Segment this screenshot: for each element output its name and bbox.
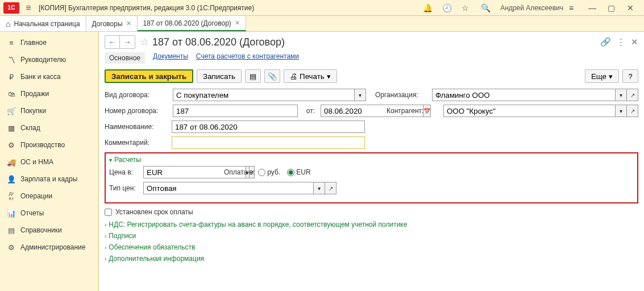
user-label[interactable]: Андрей Алексеевич (500, 4, 563, 12)
sidebar-item-assets[interactable]: 🚚ОС и НМА (0, 153, 98, 171)
chevron-right-icon: › (105, 256, 106, 262)
due-date-checkbox[interactable] (105, 209, 112, 216)
cart-icon: 🛒 (6, 107, 17, 115)
dropdown-icon[interactable]: ▾ (314, 182, 325, 194)
sidebar-item-admin[interactable]: ⚙Администрирование (0, 239, 98, 256)
sidebar-item-label: Склад (20, 124, 40, 132)
sidebar-item-directories[interactable]: ▤Справочники (0, 222, 98, 239)
toolbar: Записать и закрыть Записать ▤ 📎 🖨Печать▾… (105, 69, 638, 83)
nds-expand[interactable]: ›НДС: Регистрировать счета-фактуры на ав… (105, 221, 638, 228)
org-input[interactable] (432, 89, 616, 101)
sidebar-item-reports[interactable]: 📊Отчеты (0, 205, 98, 222)
open-icon[interactable]: ↗ (627, 105, 638, 117)
tab-contract-detail[interactable]: 187 от 08.06.2020 (Договор) ✕ (138, 16, 246, 31)
comment-input[interactable] (172, 136, 365, 149)
list-button[interactable]: ▤ (245, 69, 261, 83)
sidebar-item-purchases[interactable]: 🛒Покупки (0, 102, 98, 119)
minimize-icon[interactable]: — (588, 3, 602, 13)
more-button[interactable]: Еще▾ (585, 69, 619, 83)
subnav-main[interactable]: Основное (105, 52, 145, 64)
sidebar-item-label: Администрирование (20, 243, 85, 251)
open-icon[interactable]: ↗ (627, 89, 638, 101)
subnav: Основное Документы Счета расчетов с конт… (105, 52, 638, 64)
sidebar-item-label: Руководителю (20, 56, 66, 64)
chevron-down-icon: ▾ (327, 72, 331, 81)
number-input[interactable] (173, 105, 298, 117)
sidebar-item-warehouse[interactable]: ▦Склад (0, 119, 98, 136)
sidebar-item-label: ОС и НМА (20, 158, 53, 166)
sidebar-item-manager[interactable]: 〽Руководителю (0, 51, 98, 68)
sidebar-item-production[interactable]: ⚙Производство (0, 136, 98, 153)
sidebar-item-label: Зарплата и кадры (20, 175, 77, 183)
dropdown-icon[interactable]: ▾ (616, 105, 627, 117)
chevron-right-icon: › (105, 222, 106, 228)
menu-burger-icon[interactable]: ≡ (22, 3, 35, 13)
settings-bars-icon[interactable]: ≡ (569, 3, 583, 13)
signatures-expand[interactable]: ›Подписи (105, 232, 638, 240)
close-page-icon[interactable]: ✕ (631, 37, 638, 47)
close-icon[interactable]: ✕ (126, 20, 131, 27)
sidebar-item-salary[interactable]: 👤Зарплата и кадры (0, 171, 98, 188)
ruble-icon: ₽ (6, 73, 17, 81)
tab-label: Договоры (92, 20, 123, 28)
tab-label: 187 от 08.06.2020 (Договор) (143, 19, 231, 27)
barchart-icon: 📊 (6, 209, 17, 218)
close-window-icon[interactable]: ✕ (627, 3, 641, 13)
print-button[interactable]: 🖨Печать▾ (284, 69, 337, 83)
sidebar-item-label: Покупки (20, 107, 46, 115)
building-icon: ▦ (6, 124, 17, 132)
org-label: Организация: (375, 91, 426, 99)
back-button[interactable]: ← (105, 36, 120, 48)
counterparty-input[interactable] (443, 105, 616, 117)
nav-back-forward: ← → (105, 35, 135, 49)
maximize-icon[interactable]: ▢ (608, 3, 621, 13)
tabs-bar: ⌂ Начальная страница Договоры ✕ 187 от 0… (0, 16, 644, 32)
tab-contracts[interactable]: Договоры ✕ (86, 16, 138, 31)
sidebar-item-sales[interactable]: 🛍Продажи (0, 85, 98, 102)
forward-button[interactable]: → (120, 36, 135, 48)
number-label: Номер договора: (105, 107, 167, 115)
page-title: 187 от 08.06.2020 (Договор) (152, 36, 285, 48)
more-label: Еще (591, 72, 606, 81)
subnav-accounts[interactable]: Счета расчетов с контрагентами (196, 52, 299, 64)
price-type-label: Тип цен: (109, 184, 140, 192)
search-icon[interactable]: 🔍 (481, 3, 495, 13)
close-icon[interactable]: ✕ (235, 19, 240, 27)
kebab-icon[interactable]: ⋮ (617, 37, 625, 47)
due-date-checkbox-row: Установлен срок оплаты (105, 208, 638, 216)
open-icon[interactable]: ↗ (325, 182, 336, 194)
price-type-input[interactable] (143, 182, 314, 194)
nds-label: НДС: Регистрировать счета-фактуры на ава… (109, 221, 407, 228)
print-label: Печать (300, 72, 325, 81)
save-button[interactable]: Записать (197, 69, 242, 83)
star-icon[interactable]: ☆ (462, 3, 475, 13)
link-icon[interactable]: 🔗 (600, 37, 611, 47)
pay-rub-radio[interactable]: руб. (258, 168, 280, 176)
sidebar-item-label: Отчеты (20, 209, 44, 217)
pay-in-label: Оплата в: (224, 168, 255, 176)
bell-icon[interactable]: 🔔 (423, 3, 437, 13)
contract-type-input[interactable] (173, 89, 355, 101)
save-close-button[interactable]: Записать и закрыть (105, 69, 193, 83)
name-input[interactable] (172, 120, 365, 133)
calc-section-header[interactable]: ▾ Расчеты (109, 156, 634, 164)
sidebar-item-label: Справочники (20, 226, 62, 234)
books-icon: ▤ (6, 226, 17, 235)
history-icon[interactable]: 🕘 (442, 3, 456, 13)
debit-credit-icon: ДтКт (6, 191, 17, 201)
tab-home[interactable]: ⌂ Начальная страница (0, 16, 86, 31)
dropdown-icon[interactable]: ▾ (616, 89, 627, 101)
subnav-documents[interactable]: Документы (153, 52, 188, 64)
favorite-star-icon[interactable]: ☆ (140, 36, 149, 48)
obligations-expand[interactable]: ›Обеспечения обязательств (105, 243, 638, 251)
addinfo-expand[interactable]: ›Дополнительная информация (105, 255, 638, 263)
calc-section-title: Расчеты (114, 156, 141, 164)
pay-eur-radio[interactable]: EUR (287, 168, 310, 176)
attach-button[interactable]: 📎 (264, 69, 280, 83)
sidebar-item-main[interactable]: ≡Главное (0, 34, 98, 51)
dropdown-icon[interactable]: ▾ (355, 89, 366, 101)
sidebar-item-bank[interactable]: ₽Банк и касса (0, 68, 98, 85)
name-label: Наименование: (105, 123, 167, 131)
sidebar-item-operations[interactable]: ДтКтОперации (0, 188, 98, 205)
help-button[interactable]: ? (622, 69, 638, 83)
